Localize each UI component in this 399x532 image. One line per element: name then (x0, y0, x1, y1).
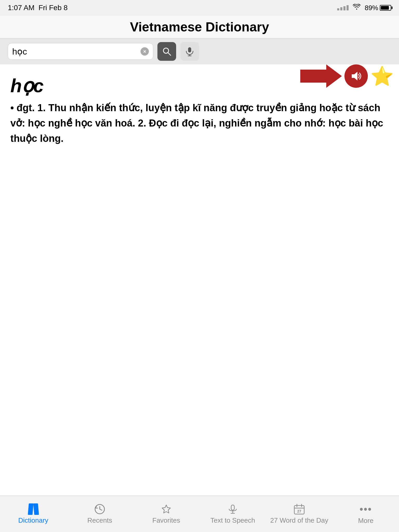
search-button[interactable] (157, 42, 176, 61)
sound-button[interactable] (344, 64, 368, 88)
nav-bar: Vietnamese Dictionary (0, 16, 399, 38)
speaker-icon (350, 70, 363, 83)
search-input[interactable] (12, 46, 141, 57)
favorites-icon (161, 503, 172, 515)
microphone-button[interactable] (180, 42, 199, 61)
svg-text:27: 27 (297, 509, 301, 513)
tab-tts-label: Text to Speech (210, 516, 255, 524)
search-bar: × (0, 38, 399, 64)
more-dots-icon: ••• (360, 503, 372, 515)
tab-more-label: More (358, 517, 373, 525)
battery-indicator: 89% (365, 4, 391, 12)
svg-marker-5 (300, 64, 342, 88)
wifi-icon (353, 4, 361, 12)
recents-icon (94, 503, 105, 515)
battery-percentage: 89% (365, 4, 378, 12)
status-right: 89% (337, 4, 391, 12)
tab-favorites[interactable]: Favorites (133, 503, 200, 524)
arrow-icon (300, 64, 342, 88)
book-icon (28, 503, 38, 515)
svg-line-1 (168, 53, 171, 55)
tab-dictionary-label: Dictionary (18, 516, 48, 524)
search-icon (162, 46, 172, 56)
signal-icon (337, 5, 349, 10)
favorite-button[interactable]: ⭐ (370, 64, 394, 88)
tts-icon (227, 503, 238, 515)
tab-more[interactable]: ••• More (332, 503, 399, 525)
clear-button[interactable]: × (141, 47, 149, 56)
action-row: ⭐ (300, 64, 394, 88)
tab-wotd-label: 27 Word of the Day (270, 516, 328, 524)
star-icon: ⭐ (370, 65, 394, 87)
svg-marker-6 (352, 72, 357, 81)
svg-rect-9 (231, 505, 234, 510)
tab-tts[interactable]: Text to Speech (200, 503, 266, 524)
status-time: 1:07 AM Fri Feb 8 (8, 4, 68, 12)
tab-recents[interactable]: Recents (66, 503, 133, 524)
status-bar: 1:07 AM Fri Feb 8 89% (0, 0, 399, 16)
page-title: Vietnamese Dictionary (130, 19, 269, 35)
search-input-wrap: × (8, 43, 153, 60)
tab-favorites-label: Favorites (152, 516, 180, 524)
calendar-icon: 27 (294, 503, 305, 515)
tab-bar: Dictionary Recents Favorites Text to Spe… (0, 496, 399, 532)
tab-dictionary[interactable]: Dictionary (0, 503, 66, 524)
battery-icon (380, 5, 391, 11)
tab-wotd[interactable]: 27 27 Word of the Day (266, 503, 332, 524)
svg-rect-2 (188, 47, 191, 52)
svg-marker-8 (162, 505, 170, 513)
definition-text: • đgt. 1. Thu nhận kiến thức, luyện tập … (10, 100, 389, 146)
tab-recents-label: Recents (87, 516, 112, 524)
calendar-container: 27 (294, 503, 305, 515)
microphone-icon (185, 46, 195, 56)
